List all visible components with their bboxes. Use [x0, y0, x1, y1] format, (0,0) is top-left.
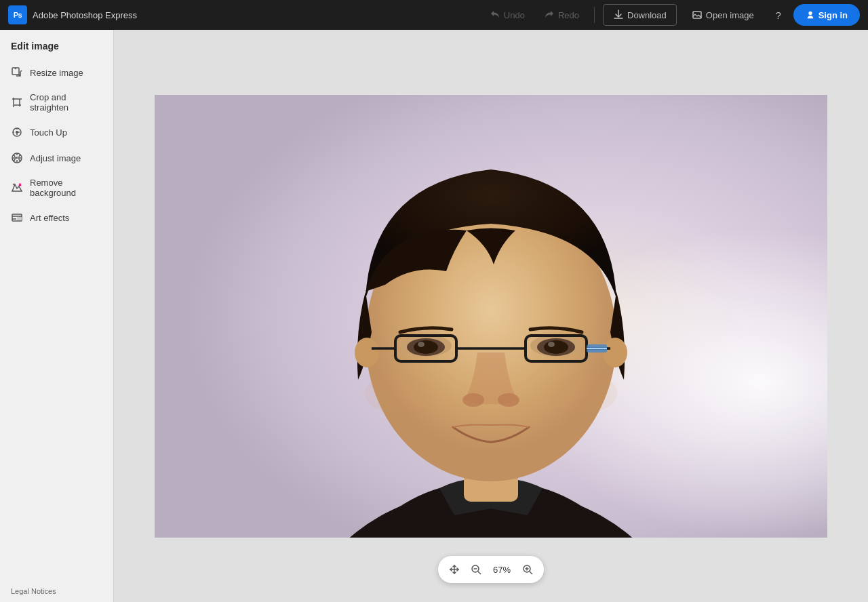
- svg-point-21: [418, 342, 425, 347]
- sidebar-title: Edit image: [0, 30, 113, 60]
- touchup-icon: [11, 126, 23, 138]
- open-image-icon: [692, 9, 703, 20]
- legal-notices[interactable]: Legal Notices: [0, 580, 113, 602]
- sidebar-item-arteffects[interactable]: Art effects: [0, 205, 113, 230]
- sidebar: Edit image Resize image Crop and straigh…: [0, 30, 114, 602]
- zoom-out-icon: [470, 563, 482, 576]
- removebg-icon: [11, 182, 23, 194]
- sidebar-item-touchup[interactable]: Touch Up: [0, 119, 113, 145]
- undo-button[interactable]: Undo: [483, 4, 532, 26]
- svg-point-20: [414, 340, 438, 354]
- pan-button[interactable]: [443, 559, 465, 580]
- svg-rect-10: [17, 217, 22, 220]
- app-header: Ps Adobe Photoshop Express Undo Redo Dow…: [0, 0, 868, 30]
- sign-in-icon: [806, 10, 815, 20]
- zoom-in-icon: [521, 563, 534, 576]
- portrait-svg: [155, 95, 827, 538]
- zoom-out-button[interactable]: [465, 559, 487, 580]
- canvas-area[interactable]: 67%: [114, 30, 868, 602]
- svg-point-24: [544, 340, 568, 354]
- svg-point-25: [548, 342, 555, 347]
- redo-icon: [544, 9, 555, 20]
- sidebar-item-touchup-label: Touch Up: [30, 127, 67, 138]
- adjust-icon: [11, 152, 23, 164]
- sidebar-item-crop-label: Crop and straighten: [30, 92, 102, 113]
- open-image-button[interactable]: Open image: [682, 4, 764, 26]
- pan-icon: [448, 563, 460, 576]
- sidebar-item-adjust-label: Adjust image: [30, 153, 81, 163]
- sign-in-button[interactable]: Sign in: [793, 4, 860, 26]
- zoom-in-button[interactable]: [517, 559, 538, 580]
- header-separator: [594, 7, 595, 23]
- svg-line-40: [530, 571, 532, 574]
- zoom-level: 67%: [487, 565, 517, 575]
- arteffects-icon: [11, 212, 23, 224]
- sidebar-item-resize-label: Resize image: [30, 68, 83, 78]
- app-name: Adobe Photoshop Express: [33, 10, 137, 20]
- sidebar-item-removebg-label: Remove background: [30, 178, 102, 198]
- svg-point-16: [355, 338, 379, 367]
- zoom-toolbar: 67%: [438, 556, 544, 583]
- main-layout: Edit image Resize image Crop and straigh…: [0, 30, 868, 602]
- resize-icon: [11, 66, 23, 79]
- download-icon: [613, 9, 624, 20]
- svg-point-33: [498, 393, 519, 407]
- sidebar-item-adjust[interactable]: Adjust image: [0, 145, 113, 171]
- logo: Ps Adobe Photoshop Express: [8, 5, 137, 24]
- svg-line-37: [478, 571, 481, 574]
- svg-point-34: [365, 373, 433, 414]
- help-button[interactable]: ?: [769, 5, 788, 24]
- portrait-image: [155, 95, 827, 538]
- svg-point-32: [462, 393, 484, 407]
- sidebar-item-removebg[interactable]: Remove background: [0, 171, 113, 205]
- logo-icon: Ps: [8, 5, 27, 24]
- redo-button[interactable]: Redo: [537, 4, 586, 26]
- sidebar-item-arteffects-label: Art effects: [30, 213, 69, 223]
- crop-icon: [11, 96, 23, 108]
- sidebar-item-crop[interactable]: Crop and straighten: [0, 85, 113, 119]
- image-container: [155, 95, 827, 538]
- svg-point-17: [603, 338, 627, 367]
- svg-point-5: [16, 131, 18, 134]
- svg-point-35: [549, 373, 617, 414]
- download-button[interactable]: Download: [603, 4, 677, 26]
- sidebar-item-resize[interactable]: Resize image: [0, 60, 113, 85]
- undo-icon: [490, 9, 500, 20]
